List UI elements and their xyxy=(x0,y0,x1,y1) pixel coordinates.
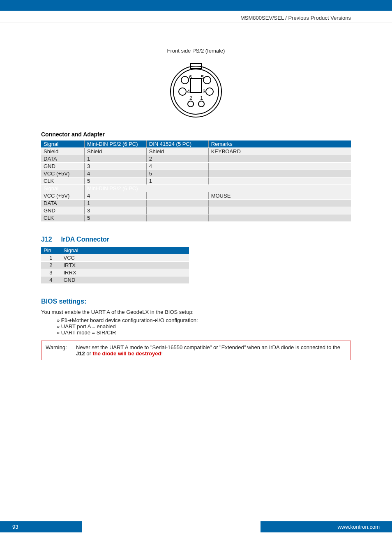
warning-box: Warning: Never set the UART A mode to "S… xyxy=(41,341,351,360)
table-cell: 1 xyxy=(41,254,61,262)
table-cell: IRTX xyxy=(61,262,189,269)
irda-heading: J12 IrDA Connector xyxy=(41,236,351,243)
table-cell: MOUSE xyxy=(208,192,351,200)
breadcrumb: MSM800SEV/SEL / Previous Product Version… xyxy=(0,11,392,23)
table-row: 2IRTX xyxy=(41,262,189,269)
page-number: 93 xyxy=(0,521,82,532)
table-row: VCC (+5V)45 xyxy=(41,170,351,177)
table-cell: IRRX xyxy=(61,269,189,276)
table-cell xyxy=(208,170,351,177)
svg-point-9 xyxy=(198,101,204,107)
svg-text:3: 3 xyxy=(203,88,205,94)
irda-col-pin: Pin xyxy=(41,247,61,254)
footer-url: www.kontron.com xyxy=(261,521,392,532)
top-bar xyxy=(0,0,392,11)
table-cell xyxy=(146,192,208,200)
connector-adapter-table: Signal Mini-DIN PS/2 (6 PC) DIN 41524 (5… xyxy=(41,140,351,222)
irda-title: IrDA Connector xyxy=(61,236,109,243)
svg-text:5: 5 xyxy=(201,74,204,80)
bios-list: F1➔Mother board device configuration➔I/O… xyxy=(57,317,351,336)
table-cell: 5 xyxy=(85,177,147,185)
table-cell: VCC xyxy=(61,254,189,262)
table-cell: Shield xyxy=(41,148,85,155)
table-row: 4GND xyxy=(41,276,189,284)
table-cell: 2 xyxy=(146,155,208,163)
svg-text:1: 1 xyxy=(200,95,203,101)
table-row: GND34 xyxy=(41,163,351,170)
table-row: 1VCC xyxy=(41,254,189,262)
svg-point-0 xyxy=(171,66,221,117)
subhead-minidin: Mini-DIN PS/2 (6 PC) xyxy=(85,185,351,192)
table-cell: DATA xyxy=(41,155,85,163)
bios-step-3: UART mode = SIR/CIR xyxy=(57,329,351,336)
figure-caption: Front side PS/2 (female) xyxy=(41,48,351,54)
table-row: CLK5 xyxy=(41,214,351,222)
table-row: ShieldShieldShieldKEYBOARD xyxy=(41,148,351,155)
table-cell: CLK xyxy=(41,177,85,185)
irda-table: Pin Signal 1VCC2IRTX3IRRX4GND xyxy=(41,246,189,284)
table-cell xyxy=(146,207,208,214)
irda-label: J12 xyxy=(41,236,59,243)
table-cell: 5 xyxy=(146,170,208,177)
table-cell: 4 xyxy=(146,163,208,170)
table-cell: GND xyxy=(41,163,85,170)
page-body: Front side PS/2 (female) 6 5 4 3 2 1 Con… xyxy=(0,23,392,532)
connector-adapter-heading: Connector and Adapter xyxy=(41,131,351,138)
footer: 93 www.kontron.com xyxy=(0,521,392,532)
table-cell xyxy=(208,155,351,163)
svg-text:2: 2 xyxy=(189,95,192,101)
svg-point-8 xyxy=(188,101,194,107)
table-cell xyxy=(208,200,351,207)
table-row: DATA12 xyxy=(41,155,351,163)
ps2-connector-diagram: 6 5 4 3 2 1 xyxy=(161,60,231,121)
table-cell: KEYBOARD xyxy=(208,148,351,155)
bios-intro: You must enable the UART A of the GeodeL… xyxy=(41,309,351,316)
svg-rect-3 xyxy=(191,78,201,92)
table-cell: 4 xyxy=(85,192,147,200)
table-row: 3IRRX xyxy=(41,269,189,276)
table-row: DATA1 xyxy=(41,200,351,207)
table-cell: 4 xyxy=(85,170,147,177)
warning-label: Warning: xyxy=(46,344,70,357)
table-cell: GND xyxy=(41,207,85,214)
table-cell: Shield xyxy=(85,148,147,155)
table-cell: 2 xyxy=(41,262,61,269)
table-cell: VCC (+5V) xyxy=(41,170,85,177)
table-cell: 3 xyxy=(85,163,147,170)
svg-point-5 xyxy=(203,76,211,84)
svg-text:4: 4 xyxy=(187,88,190,94)
table-cell: 5 xyxy=(85,214,147,222)
svg-text:6: 6 xyxy=(189,74,192,80)
subhead-signal: Signal xyxy=(41,185,85,192)
col-signal: Signal xyxy=(41,140,85,148)
svg-point-1 xyxy=(173,69,219,114)
col-din41524: DIN 41524 (5 PC) xyxy=(146,140,208,148)
table-cell xyxy=(146,214,208,222)
bios-heading: BIOS settings: xyxy=(41,298,351,305)
table-cell: DATA xyxy=(41,200,85,207)
table-cell xyxy=(208,214,351,222)
table-cell xyxy=(208,177,351,185)
table-cell: 1 xyxy=(85,155,147,163)
svg-point-6 xyxy=(179,88,186,95)
svg-point-7 xyxy=(206,88,213,95)
svg-point-4 xyxy=(181,76,189,84)
table-cell: GND xyxy=(61,276,189,284)
bios-step-1: F1➔Mother board device configuration➔I/O… xyxy=(57,317,351,323)
table-row: GND3 xyxy=(41,207,351,214)
bios-step-2: UART port A = enabled xyxy=(57,323,351,329)
col-remarks: Remarks xyxy=(208,140,351,148)
irda-col-signal: Signal xyxy=(61,247,189,254)
table-cell xyxy=(208,163,351,170)
col-minidin: Mini-DIN PS/2 (6 PC) xyxy=(85,140,147,148)
table-cell xyxy=(208,207,351,214)
table-cell: 1 xyxy=(85,200,147,207)
table-cell: CLK xyxy=(41,214,85,222)
table-cell: Shield xyxy=(146,148,208,155)
table-cell: 3 xyxy=(41,269,61,276)
table-row: CLK51 xyxy=(41,177,351,185)
table-cell: 1 xyxy=(146,177,208,185)
warning-text: Never set the UART A mode to "Serial-165… xyxy=(76,344,346,357)
table-row: VCC (+5V)4MOUSE xyxy=(41,192,351,200)
table-cell: 4 xyxy=(41,276,61,284)
